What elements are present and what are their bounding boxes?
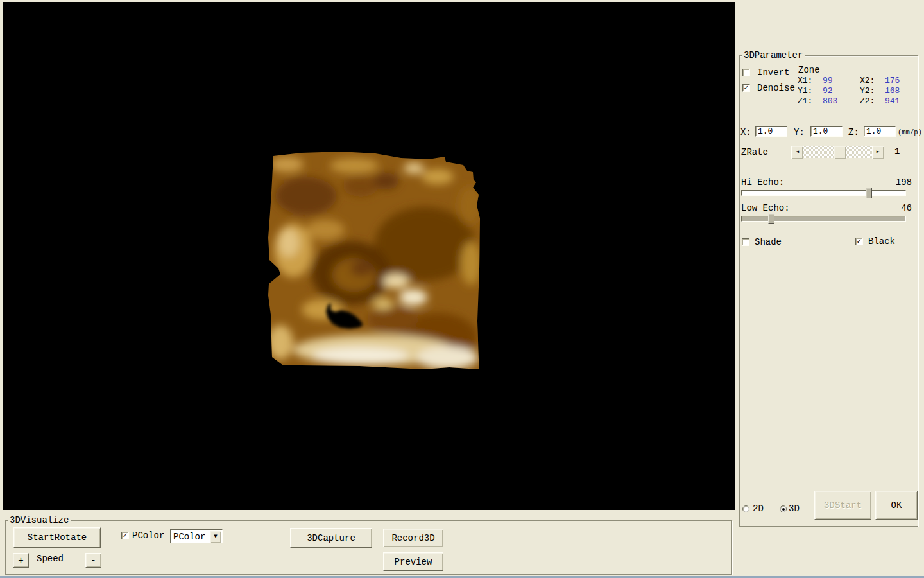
zrate-scrollbar-thumb[interactable] — [834, 146, 846, 159]
zone-z1-label: Z1: — [798, 96, 812, 106]
low-echo-slider-track[interactable] — [741, 216, 906, 222]
z-scale-input[interactable]: 1.0 — [864, 126, 896, 137]
zrate-scroll-right-button[interactable]: ► — [872, 146, 884, 159]
render-viewport[interactable] — [3, 2, 735, 510]
zone-z2-label: Z2: — [860, 96, 875, 106]
zrate-scroll-left-button[interactable]: ◄ — [791, 146, 803, 159]
invert-label: Invert — [757, 68, 789, 78]
z-scale-label: Z: — [848, 128, 859, 137]
zone-y2-label: Y2: — [860, 86, 875, 96]
mode-3d-radio[interactable] — [780, 505, 787, 512]
zone-z1-value: 803 — [823, 96, 837, 106]
zrate-scrollbar[interactable]: ◄ ► — [791, 146, 884, 158]
shade-label: Shade — [755, 238, 782, 247]
mode-2d-label: 2D — [753, 504, 764, 514]
denoise-checkbox[interactable]: ✓ — [742, 84, 750, 92]
hi-echo-label: Hi Echo: — [741, 178, 784, 188]
zone-z2-value: 941 — [885, 96, 900, 106]
hi-echo-value: 198 — [889, 178, 912, 188]
volume-render-image — [264, 148, 486, 372]
pcolor-combobox-dropdown-icon[interactable]: ▼ — [210, 530, 221, 543]
application-window: 3DParameter Invert ✓ Denoise Zone X1: 99… — [0, 0, 924, 578]
zone-title: Zone — [798, 66, 820, 75]
invert-checkbox[interactable] — [742, 69, 750, 76]
speed-plus-button[interactable]: + — [13, 553, 29, 568]
record3d-button[interactable]: Record3D — [383, 529, 443, 547]
mode-3d-label: 3D — [789, 504, 800, 514]
hi-echo-slider-track[interactable] — [741, 190, 906, 196]
black-checkbox[interactable]: ✓ — [855, 238, 863, 245]
3dstart-button[interactable]: 3DStart — [814, 491, 871, 520]
zone-x2-label: X2: — [860, 76, 875, 85]
pcolor-checkbox[interactable]: ✓ — [121, 532, 129, 539]
denoise-label: Denoise — [757, 83, 795, 93]
zone-x1-label: X1: — [798, 76, 812, 85]
scale-unit-label: (mm/p) — [898, 128, 922, 137]
zone-y1-label: Y1: — [798, 86, 812, 96]
black-label: Black — [868, 237, 895, 247]
pcolor-combobox-value: PColor — [173, 532, 205, 542]
low-echo-value: 46 — [889, 204, 912, 213]
x-scale-input[interactable]: 1.0 — [755, 126, 787, 137]
pcolor-combobox[interactable]: PColor ▼ — [170, 529, 223, 543]
zone-x2-value: 176 — [885, 76, 900, 85]
zrate-label: ZRate — [741, 148, 768, 157]
shade-checkbox[interactable] — [742, 238, 749, 246]
ok-button[interactable]: OK — [875, 491, 918, 520]
preview-button[interactable]: Preview — [383, 552, 443, 571]
low-echo-slider-thumb[interactable] — [768, 213, 774, 224]
y-scale-input[interactable]: 1.0 — [810, 126, 843, 137]
3dcapture-button[interactable]: 3DCapture — [290, 528, 372, 548]
visualize-group-title: 3DVisualize — [8, 516, 71, 525]
y-scale-label: Y: — [794, 128, 805, 137]
speed-minus-button[interactable]: - — [85, 553, 101, 568]
pcolor-label: PColor — [132, 531, 164, 541]
speed-label: Speed — [37, 554, 64, 564]
zone-x1-value: 99 — [823, 76, 833, 85]
mode-2d-radio[interactable] — [742, 505, 749, 512]
zrate-value: 1 — [894, 147, 900, 157]
parameter-group-title: 3DParameter — [742, 51, 805, 60]
hi-echo-slider-thumb[interactable] — [866, 188, 872, 198]
start-rotate-button[interactable]: StartRotate — [13, 527, 101, 548]
low-echo-label: Low Echo: — [741, 204, 790, 213]
x-scale-label: X: — [740, 128, 751, 137]
zone-y2-value: 168 — [885, 86, 900, 96]
zone-y1-value: 92 — [823, 86, 833, 96]
